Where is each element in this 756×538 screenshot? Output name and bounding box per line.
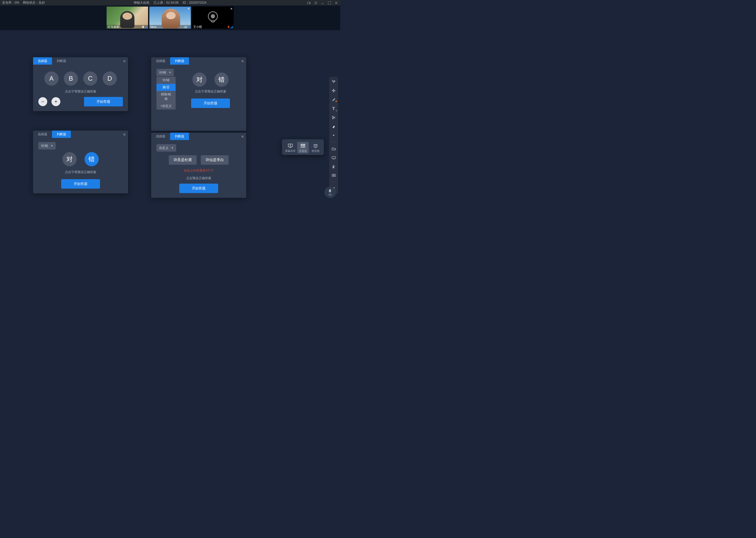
courseware-icon[interactable] <box>331 155 337 161</box>
tab-choice[interactable]: 选择题 <box>33 57 52 65</box>
fullscreen-icon[interactable] <box>328 1 331 5</box>
panel-close-icon[interactable]: ✕ <box>123 133 126 136</box>
close-icon[interactable] <box>334 1 338 5</box>
svg-rect-9 <box>332 157 336 159</box>
option-d[interactable]: D <box>103 72 117 86</box>
mic-icon <box>142 26 144 28</box>
eraser-tool-icon[interactable] <box>331 124 337 129</box>
svg-text:B: B <box>304 144 305 145</box>
svg-point-11 <box>334 166 335 167</box>
svg-text:A: A <box>301 144 303 145</box>
screen-share-button[interactable]: 屏幕共享 <box>285 142 296 153</box>
panel-close-icon[interactable]: ✕ <box>241 134 244 139</box>
svg-point-8 <box>333 135 334 136</box>
svg-point-1 <box>315 2 316 3</box>
tile-close-icon[interactable]: ✕ <box>230 7 233 11</box>
start-quiz-button[interactable]: 开始答题 <box>179 184 218 193</box>
custom-option-2[interactable]: 诗仙是李白 <box>201 155 229 165</box>
panel-close-icon[interactable]: ✕ <box>241 59 244 63</box>
option-false[interactable]: 错 <box>214 73 229 87</box>
tab-judge[interactable]: 判断题 <box>170 57 189 65</box>
tab-judge[interactable]: 判断题 <box>170 133 189 140</box>
tab-judge[interactable]: 判断题 <box>52 131 71 138</box>
panel-close-icon[interactable]: ✕ <box>123 59 126 63</box>
video-tile-student-2[interactable]: ✕ 王小明 <box>192 7 234 28</box>
session-id: ID：2020070324 <box>183 1 207 5</box>
remove-option-button[interactable]: − <box>38 97 47 106</box>
folder-icon[interactable] <box>331 146 337 152</box>
hint-text: 点击字母预设正确答案 <box>38 170 123 175</box>
quiz-panel-choice: 选择题 判断题 ✕ A B C D 点击字母预设正确答案 − + 开始答题 <box>33 57 128 111</box>
option-c[interactable]: C <box>83 72 97 86</box>
raise-hand-badge[interactable]: 0/2 <box>324 187 336 198</box>
option-true[interactable]: 对 <box>192 73 207 87</box>
start-quiz-button[interactable]: 开始答题 <box>84 97 123 106</box>
custom-option-1[interactable]: 诗圣是杜甫 <box>169 155 197 165</box>
elapsed: 已上课：02:34:09 <box>154 1 178 5</box>
svg-rect-0 <box>307 2 309 4</box>
minimize-icon[interactable] <box>321 1 324 5</box>
network-status: 网络状态：良好 <box>23 1 45 5</box>
add-option-button[interactable]: + <box>51 97 60 106</box>
option-false-selected[interactable]: 错 <box>84 152 99 166</box>
chevron-down-icon: ▼ <box>51 144 53 147</box>
start-quiz-button[interactable]: 开始答题 <box>61 179 100 188</box>
camera-toggle-icon[interactable] <box>307 1 311 5</box>
judge-type-dropdown[interactable]: 对/错 美/丑 精致/粗糙 +自定义 <box>157 77 176 110</box>
tab-choice[interactable]: 选择题 <box>33 131 52 138</box>
chevron-down-icon: ▼ <box>171 146 173 149</box>
start-quiz-button[interactable]: 开始答题 <box>191 98 230 108</box>
quiz-panel-judge-dropdown: 选择题 判断题 ✕ 对/错▼ 对/错 美/丑 精致/粗糙 +自定义 对 错 点击… <box>151 57 246 131</box>
option-b[interactable]: B <box>64 72 78 86</box>
option-true[interactable]: 对 <box>63 152 77 166</box>
svg-point-3 <box>334 81 335 81</box>
hint-text: 点击字母预设正确答案 <box>38 89 123 94</box>
mic-muted-icon <box>228 26 230 28</box>
svg-point-4 <box>335 81 335 82</box>
screen-share-icon <box>285 143 296 149</box>
option-a[interactable]: A <box>44 72 59 86</box>
video-row: 叮当老师 ✕ Nina ✕ 王小明 <box>0 6 340 30</box>
hint-text: 点击预设正确答案 <box>157 176 241 181</box>
tile-close-icon[interactable]: ✕ <box>187 7 190 11</box>
participants-icon[interactable] <box>331 164 337 169</box>
svg-point-15 <box>334 175 335 176</box>
judge-type-select[interactable]: 对/错▼ <box>157 69 174 76</box>
target-icon <box>184 26 187 28</box>
laser-tool-icon[interactable] <box>331 133 337 138</box>
quiz-panel-custom: 选择题 判断题 ✕ 自定义▼ 诗圣是杜甫 诗仙是李白 自定义内容最多5个字 点击… <box>151 133 246 198</box>
side-toolbar: T <box>329 77 338 194</box>
scissors-tool-icon[interactable] <box>331 115 337 120</box>
packet-loss: 丢包率：0% <box>2 1 19 5</box>
quiz-tool-tray: 屏幕共享 AB 答题器 抢答器 <box>282 139 324 155</box>
video-tile-teacher[interactable]: 叮当老师 <box>107 7 148 28</box>
svg-point-10 <box>333 165 334 167</box>
judge-type-select[interactable]: 自定义▼ <box>157 144 176 152</box>
judge-type-select[interactable]: 对/错▼ <box>38 142 56 149</box>
quiz-panel-judge: 选择题 判断题 ✕ 对/错▼ 对 错 点击字母预设正确答案 开始答题 <box>33 131 128 193</box>
quiz-tool-button[interactable]: AB 答题器 <box>297 142 309 153</box>
pen-tool-icon[interactable] <box>331 97 337 102</box>
tab-choice[interactable]: 选择题 <box>151 133 170 140</box>
hint-text: 点击字母预设正确答案 <box>180 89 241 94</box>
chevron-down-icon: ▼ <box>169 71 171 74</box>
move-tool-icon[interactable] <box>331 88 337 93</box>
top-bar: 丢包率：0% 网络状态：良好 神秘大自然 已上课：02:34:09 ID：202… <box>0 0 340 6</box>
video-tile-student-1[interactable]: ✕ Nina <box>149 7 191 28</box>
text-tool-icon[interactable]: T <box>331 106 337 111</box>
tab-choice[interactable]: 选择题 <box>151 57 170 65</box>
signal-icon <box>145 26 148 28</box>
signal-icon <box>187 26 190 28</box>
pointer-tool-icon[interactable] <box>331 79 337 84</box>
camera-off-icon <box>208 11 218 21</box>
class-title: 神秘大自然 <box>134 1 149 5</box>
quiz-icon: AB <box>297 143 309 149</box>
tab-judge[interactable]: 判断题 <box>52 57 71 65</box>
svg-point-13 <box>333 175 333 176</box>
buzzer-button[interactable]: 抢答器 <box>310 142 321 153</box>
settings-icon[interactable] <box>314 1 318 5</box>
signal-icon <box>230 26 233 28</box>
chat-icon[interactable] <box>331 173 337 178</box>
error-text: 自定义内容最多5个字 <box>157 168 241 173</box>
svg-point-14 <box>333 175 334 176</box>
